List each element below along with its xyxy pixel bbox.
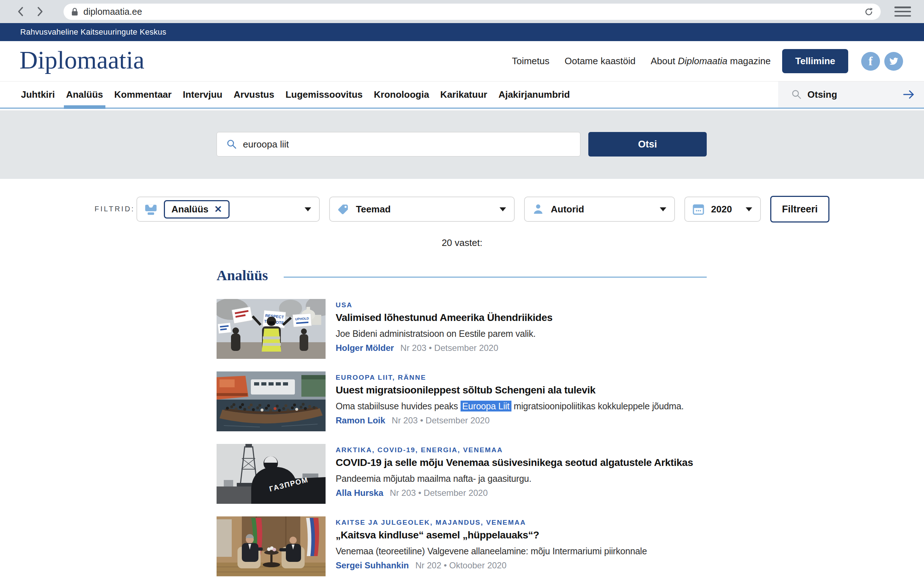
article-tags[interactable]: EUROOPA LIIT, RÄNNE xyxy=(336,374,426,382)
article-tags[interactable]: ARKTIKA, COVID-19, ENERGIA, VENEMAA xyxy=(336,446,503,454)
article-thumbnail-migrant-boat[interactable] xyxy=(216,371,326,431)
nav-item-ajakirjanumbrid[interactable]: Ajakirjanumbrid xyxy=(498,82,570,108)
forward-icon[interactable] xyxy=(33,5,46,18)
filter-topics-dropdown[interactable]: Teemad xyxy=(329,197,515,222)
url-bar[interactable]: diplomaatia.ee xyxy=(63,3,881,20)
filter-authors-label: Autorid xyxy=(551,204,584,215)
article-thumbnail-meeting[interactable] xyxy=(216,516,326,576)
url-text: diplomaatia.ee xyxy=(83,6,142,17)
nav-item-analuus[interactable]: Analüüs xyxy=(66,82,103,108)
chip-clear-icon[interactable]: ✕ xyxy=(215,204,222,215)
chevron-down-icon xyxy=(499,207,506,211)
section-divider xyxy=(284,277,707,278)
filter-chip-analuus[interactable]: Analüüs ✕ xyxy=(164,200,229,219)
article-row: EUROOPA LIIT, RÄNNE Uuest migratsioonile… xyxy=(216,371,715,431)
chevron-down-icon xyxy=(305,207,311,211)
search-input[interactable] xyxy=(243,139,561,150)
article-excerpt: Joe Bideni administratsioon on Eestile p… xyxy=(336,329,536,339)
category-icon xyxy=(144,203,157,216)
article-row: ГАЗПРОМ ARKTIKA, COVID-19, ENERGIA, VENE… xyxy=(216,444,715,504)
article-issue-date: Nr 203 • Detsember 2020 xyxy=(392,416,489,425)
article-excerpt: Venemaa (teoreetiline) Valgevene allanee… xyxy=(336,546,647,556)
article-title[interactable]: Valimised lõhestunud Ameerika Ühendriiki… xyxy=(336,312,552,324)
search-input-icon xyxy=(226,139,237,150)
nav-item-karikatuur[interactable]: Karikatuur xyxy=(440,82,487,108)
header-link-kaastoid[interactable]: Ootame kaastöid xyxy=(564,56,636,67)
main-nav: Juhtkiri Analüüs Kommentaar Intervjuu Ar… xyxy=(0,82,924,109)
filter-authors-dropdown[interactable]: Autorid xyxy=(524,197,675,222)
article-author[interactable]: Sergei Suhhankin xyxy=(336,561,409,570)
search-section: Otsi xyxy=(0,110,924,179)
top-banner-text: Rahvusvaheline Kaitseuuringute Keskus xyxy=(20,27,166,37)
article-author[interactable]: Holger Mölder xyxy=(336,343,394,353)
apply-filters-button[interactable]: Filtreeri xyxy=(770,196,829,222)
header-links: Toimetus Ootame kaastöid About Diplomaat… xyxy=(497,41,903,81)
tag-icon xyxy=(337,203,349,215)
search-submit-button[interactable]: Otsi xyxy=(588,132,707,156)
article-title[interactable]: Uuest migratsioonileppest sõltub Schenge… xyxy=(336,384,596,396)
filter-category-dropdown[interactable]: Analüüs ✕ xyxy=(136,197,320,222)
chevron-down-icon xyxy=(746,207,752,211)
site-logo[interactable]: Diplomaatia xyxy=(19,45,144,74)
article-author[interactable]: Ramon Loik xyxy=(336,416,385,425)
top-banner[interactable]: Rahvusvaheline Kaitseuuringute Keskus xyxy=(0,23,924,41)
article-tags[interactable]: USA xyxy=(336,301,353,309)
article-excerpt: Pandeemia mõjutab maailma nafta- ja gaas… xyxy=(336,474,531,484)
site-header: Diplomaatia Toimetus Ootame kaastöid Abo… xyxy=(0,41,924,82)
header-link-about[interactable]: About Diplomaatia magazine xyxy=(651,56,771,67)
twitter-icon[interactable] xyxy=(884,52,903,71)
back-icon[interactable] xyxy=(15,5,27,18)
search-icon xyxy=(791,89,802,100)
subscribe-button[interactable]: Tellimine xyxy=(782,49,848,73)
article-issue-date: Nr 203 • Detsember 2020 xyxy=(390,488,488,498)
filter-topics-label: Teemad xyxy=(356,204,391,215)
nav-item-juhtkiri[interactable]: Juhtkiri xyxy=(21,82,55,108)
article-row: RESPECT THE VOTE UPHOLD xyxy=(216,299,715,359)
twitter-bird-icon xyxy=(888,56,900,67)
nav-search-label: Otsing xyxy=(808,89,837,100)
article-title[interactable]: „Kaitsva kindluse“ asemel „hüppelauaks“? xyxy=(336,529,539,541)
nav-item-arvustus[interactable]: Arvustus xyxy=(234,82,274,108)
facebook-icon[interactable]: f xyxy=(861,52,880,71)
article-meta: Alla HurskaNr 203 • Detsember 2020 xyxy=(336,488,488,498)
chevron-down-icon xyxy=(660,207,666,211)
article-thumbnail-protest[interactable]: RESPECT THE VOTE UPHOLD xyxy=(216,299,326,359)
browser-toolbar: diplomaatia.ee xyxy=(0,0,924,23)
filter-year-label: 2020 xyxy=(711,204,732,215)
nav-item-lugemissoovitus[interactable]: Lugemissoovitus xyxy=(286,82,363,108)
section-title: Analüüs xyxy=(216,267,268,284)
article-author[interactable]: Alla Hurska xyxy=(336,488,383,498)
menu-icon[interactable] xyxy=(894,6,911,16)
arrow-right-icon[interactable] xyxy=(901,89,916,100)
calendar-icon xyxy=(692,203,704,215)
nav-search[interactable]: Otsing xyxy=(778,82,924,108)
article-tags[interactable]: KAITSE JA JULGEOLEK, MAJANDUS, VENEMAA xyxy=(336,519,526,527)
article-issue-date: Nr 202 • Oktoober 2020 xyxy=(415,561,507,570)
article-thumbnail-gazprom[interactable]: ГАЗПРОМ xyxy=(216,444,326,504)
article-meta: Sergei SuhhankinNr 202 • Oktoober 2020 xyxy=(336,561,506,571)
lock-icon xyxy=(71,7,79,17)
nav-item-kommentaar[interactable]: Kommentaar xyxy=(115,82,172,108)
results-count: 20 vastet: xyxy=(0,237,924,248)
nav-item-kronoloogia[interactable]: Kronoloogia xyxy=(374,82,429,108)
page: diplomaatia.ee Rahvusvaheline Kaitseuuri… xyxy=(0,0,924,577)
article-meta: Holger MölderNr 203 • Detsember 2020 xyxy=(336,343,498,353)
search-field-wrap xyxy=(216,132,580,156)
filter-year-dropdown[interactable]: 2020 xyxy=(684,197,761,222)
highlighted-text: Euroopa Liit xyxy=(460,401,512,411)
article-excerpt: Oma stabiilsuse huvides peaks Euroopa Li… xyxy=(336,401,683,411)
filters-label: FILTRID: xyxy=(95,205,135,213)
article-issue-date: Nr 203 • Detsember 2020 xyxy=(400,343,498,353)
reload-icon[interactable] xyxy=(863,6,874,17)
article-title[interactable]: COVID-19 ja selle mõju Venemaa süsivesin… xyxy=(336,457,693,469)
person-icon xyxy=(532,203,544,215)
nav-item-intervjuu[interactable]: Intervjuu xyxy=(183,82,222,108)
header-link-toimetus[interactable]: Toimetus xyxy=(512,56,549,67)
article-row: KAITSE JA JULGEOLEK, MAJANDUS, VENEMAA „… xyxy=(216,516,715,576)
article-meta: Ramon LoikNr 203 • Detsember 2020 xyxy=(336,416,490,425)
